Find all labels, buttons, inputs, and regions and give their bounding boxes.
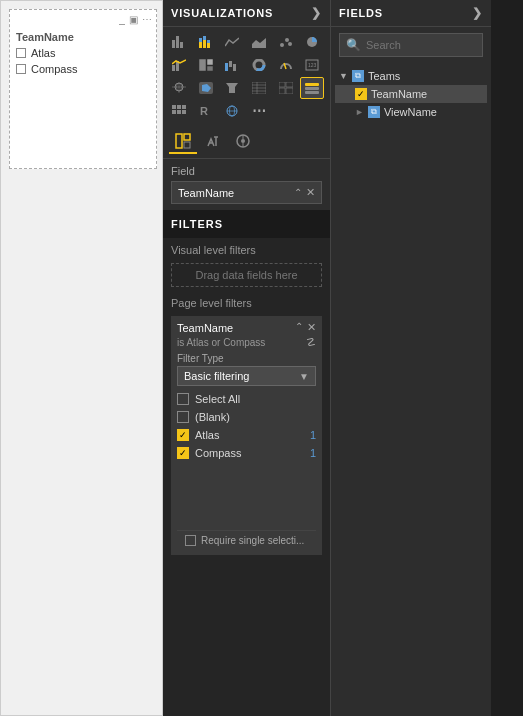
svg-rect-5 xyxy=(203,40,206,48)
resize-icon[interactable]: ▣ xyxy=(129,14,138,25)
viz-more-icon[interactable]: ⋯ xyxy=(247,100,271,122)
minimize-icon[interactable]: ⎯ xyxy=(119,14,125,25)
checkbox-select-all[interactable] xyxy=(177,393,189,405)
viz-donut-icon[interactable] xyxy=(247,54,271,76)
filter-card: TeamName ⌃ ✕ is Atlas or Compass ☡ Filte… xyxy=(171,316,322,555)
viz-area-chart-icon[interactable] xyxy=(247,31,271,53)
viz-pie-chart-icon[interactable] xyxy=(300,31,324,53)
svg-rect-20 xyxy=(229,61,232,67)
viz-globe-icon[interactable] xyxy=(220,100,244,122)
svg-rect-2 xyxy=(180,42,183,48)
atlas-count: 1 xyxy=(310,429,316,441)
svg-rect-45 xyxy=(172,105,176,109)
checkbox-blank[interactable] xyxy=(177,411,189,423)
eraser-icon[interactable]: ☡ xyxy=(306,336,316,349)
more-icon[interactable]: ⋯ xyxy=(142,14,152,25)
group-label-teams: Teams xyxy=(368,70,400,82)
viz-icons-grid: 123 R ⋯ xyxy=(163,27,330,126)
search-input[interactable] xyxy=(366,39,476,51)
fields-expand-icon[interactable]: ❯ xyxy=(472,6,483,20)
tab-analytics[interactable] xyxy=(229,130,257,154)
viz-matrix-icon[interactable] xyxy=(274,77,298,99)
filter-type-dropdown[interactable]: Basic filtering ▼ xyxy=(177,366,316,386)
viz-slicer-icon[interactable] xyxy=(300,77,324,99)
filter-type-value: Basic filtering xyxy=(184,370,249,382)
filter-options: Select All (Blank) Atlas 1 Compass 1 xyxy=(177,386,316,466)
tree-group-header-teams[interactable]: ▼ ⧉ Teams xyxy=(335,67,487,85)
filter-close-icon[interactable]: ✕ xyxy=(307,321,316,334)
svg-rect-3 xyxy=(199,42,202,48)
filter-field-name: TeamName xyxy=(177,322,233,334)
svg-rect-40 xyxy=(279,88,285,94)
viz-combo-icon[interactable] xyxy=(167,54,191,76)
svg-rect-16 xyxy=(199,59,206,71)
viz-funnel-icon[interactable] xyxy=(220,77,244,99)
filters-section: FILTERS Visual level filters Drag data f… xyxy=(163,210,330,716)
viz-treemap-icon[interactable] xyxy=(194,54,218,76)
chevron-up-icon[interactable]: ⌃ xyxy=(294,187,302,198)
filter-card-sub: is Atlas or Compass ☡ xyxy=(177,334,316,349)
search-icon: 🔍 xyxy=(346,38,361,52)
checkbox-compass[interactable] xyxy=(16,64,26,74)
checkbox-atlas-filter[interactable] xyxy=(177,429,189,441)
viz-gauge-icon[interactable] xyxy=(274,54,298,76)
filter-option-blank[interactable]: (Blank) xyxy=(177,408,316,426)
svg-point-11 xyxy=(285,38,289,42)
filter-option-select-all[interactable]: Select All xyxy=(177,390,316,408)
checkbox-atlas[interactable] xyxy=(16,48,26,58)
require-single-section: Require single selecti... xyxy=(177,530,316,550)
tree-item-expand-icon: ► xyxy=(355,107,364,117)
viz-expand-icon[interactable]: ❯ xyxy=(311,6,322,20)
svg-rect-21 xyxy=(233,64,236,71)
viz-card-icon[interactable]: 123 xyxy=(300,54,324,76)
close-icon[interactable]: ✕ xyxy=(306,186,315,199)
tab-format[interactable] xyxy=(199,130,227,154)
collapse-icon[interactable]: ⌃ xyxy=(295,321,303,334)
visual-level-filters-label: Visual level filters xyxy=(163,238,330,259)
page-level-filters-label: Page level filters xyxy=(163,291,330,312)
viz-bar-chart-icon[interactable] xyxy=(167,31,191,53)
viz-grid-icon[interactable] xyxy=(167,100,191,122)
field-section: Field TeamName ⌃ ✕ xyxy=(163,159,330,210)
tree-expand-icon: ▼ xyxy=(339,71,348,81)
viz-r-icon[interactable]: R xyxy=(194,100,218,122)
canvas-item-1: Atlas xyxy=(10,45,156,61)
tab-fields[interactable] xyxy=(169,130,197,154)
viz-line-chart-icon[interactable] xyxy=(220,31,244,53)
svg-rect-38 xyxy=(279,82,285,87)
select-all-label: Select All xyxy=(195,393,240,405)
svg-rect-43 xyxy=(305,87,319,90)
table-icon: ⧉ xyxy=(352,70,364,82)
search-box[interactable]: 🔍 xyxy=(339,33,483,57)
svg-rect-7 xyxy=(207,43,210,48)
svg-rect-50 xyxy=(182,110,186,114)
canvas-area: ⎯ ▣ ⋯ TeamName Atlas Compass xyxy=(9,9,157,169)
fields-header-title: FIELDS xyxy=(339,7,383,19)
filter-option-atlas[interactable]: Atlas 1 xyxy=(177,426,316,444)
viz-filled-map-icon[interactable] xyxy=(194,77,218,99)
viz-stacked-bar-icon[interactable] xyxy=(194,31,218,53)
fields-panel: FIELDS ❯ 🔍 ▼ ⧉ Teams TeamName ► ⧉ ViewNa… xyxy=(331,0,491,716)
svg-rect-4 xyxy=(199,38,202,42)
require-single-checkbox[interactable] xyxy=(185,535,196,546)
svg-rect-41 xyxy=(286,88,293,94)
viz-scatter-icon[interactable] xyxy=(274,31,298,53)
viz-table-icon[interactable] xyxy=(247,77,271,99)
checkbox-compass-filter[interactable] xyxy=(177,447,189,459)
svg-rect-14 xyxy=(172,65,175,71)
tree-item-teamname[interactable]: TeamName xyxy=(335,85,487,103)
filter-condition: is Atlas or Compass xyxy=(177,337,265,348)
dropdown-arrow-icon: ▼ xyxy=(299,371,309,382)
viz-panel: VISUALIZATIONS ❯ xyxy=(163,0,331,716)
field-dropdown[interactable]: TeamName ⌃ ✕ xyxy=(171,181,322,204)
filter-option-compass[interactable]: Compass 1 xyxy=(177,444,316,462)
viz-waterfall-icon[interactable] xyxy=(220,54,244,76)
compass-label: Compass xyxy=(31,63,77,75)
svg-text:123: 123 xyxy=(308,62,317,68)
filter-type-label: Filter Type xyxy=(177,349,316,366)
viz-map-icon[interactable] xyxy=(167,77,191,99)
canvas-visual-title: TeamName xyxy=(10,27,156,45)
svg-rect-1 xyxy=(176,36,179,48)
tree-item-viewname[interactable]: ► ⧉ ViewName xyxy=(335,103,487,121)
svg-rect-17 xyxy=(207,59,213,65)
